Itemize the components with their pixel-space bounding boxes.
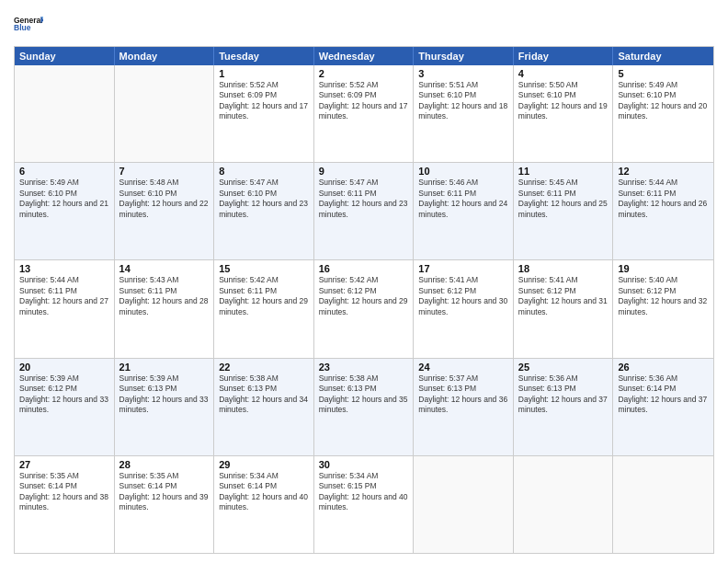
- day-number: 22: [219, 362, 309, 373]
- cell-info: Sunrise: 5:40 AM Sunset: 6:12 PM Dayligh…: [618, 275, 709, 317]
- day-number: 16: [319, 263, 409, 274]
- cal-week-3: 13Sunrise: 5:44 AM Sunset: 6:11 PM Dayli…: [15, 260, 713, 358]
- cell-info: Sunrise: 5:38 AM Sunset: 6:13 PM Dayligh…: [219, 373, 309, 416]
- cal-cell-empty: [613, 456, 713, 553]
- cal-cell-26: 26Sunrise: 5:36 AM Sunset: 6:14 PM Dayli…: [613, 359, 713, 455]
- day-number: 6: [19, 166, 109, 177]
- calendar-header: SundayMondayTuesdayWednesdayThursdayFrid…: [15, 47, 713, 65]
- cal-cell-7: 7Sunrise: 5:48 AM Sunset: 6:10 PM Daylig…: [115, 163, 215, 259]
- day-number: 20: [19, 362, 109, 373]
- cal-cell-6: 6Sunrise: 5:49 AM Sunset: 6:10 PM Daylig…: [15, 163, 115, 259]
- cal-cell-15: 15Sunrise: 5:42 AM Sunset: 6:11 PM Dayli…: [214, 260, 314, 357]
- cal-cell-23: 23Sunrise: 5:38 AM Sunset: 6:13 PM Dayli…: [314, 359, 415, 455]
- cal-cell-10: 10Sunrise: 5:46 AM Sunset: 6:11 PM Dayli…: [414, 163, 514, 259]
- day-number: 14: [119, 263, 210, 274]
- cal-header-day-wednesday: Wednesday: [314, 47, 415, 65]
- day-number: 8: [219, 166, 309, 177]
- cal-cell-13: 13Sunrise: 5:44 AM Sunset: 6:11 PM Dayli…: [15, 260, 115, 357]
- cal-cell-30: 30Sunrise: 5:34 AM Sunset: 6:15 PM Dayli…: [314, 456, 415, 553]
- cal-cell-28: 28Sunrise: 5:35 AM Sunset: 6:14 PM Dayli…: [115, 456, 215, 553]
- logo-svg: General Blue: [14, 9, 43, 39]
- cell-info: Sunrise: 5:42 AM Sunset: 6:12 PM Dayligh…: [319, 275, 409, 317]
- cal-cell-20: 20Sunrise: 5:39 AM Sunset: 6:12 PM Dayli…: [15, 359, 115, 455]
- cell-info: Sunrise: 5:43 AM Sunset: 6:11 PM Dayligh…: [119, 275, 210, 317]
- cal-header-day-tuesday: Tuesday: [214, 47, 314, 65]
- day-number: 28: [119, 459, 210, 470]
- logo: General Blue: [14, 9, 43, 39]
- cal-cell-empty: [514, 456, 614, 553]
- cal-cell-21: 21Sunrise: 5:39 AM Sunset: 6:13 PM Dayli…: [115, 359, 215, 455]
- day-number: 26: [618, 362, 709, 373]
- cal-cell-9: 9Sunrise: 5:47 AM Sunset: 6:11 PM Daylig…: [314, 163, 415, 259]
- day-number: 25: [518, 362, 609, 373]
- day-number: 9: [319, 166, 409, 177]
- day-number: 12: [618, 166, 709, 177]
- cell-info: Sunrise: 5:34 AM Sunset: 6:14 PM Dayligh…: [219, 471, 309, 513]
- day-number: 5: [618, 68, 709, 79]
- day-number: 7: [119, 166, 210, 177]
- cal-cell-empty: [115, 65, 215, 162]
- cell-info: Sunrise: 5:37 AM Sunset: 6:13 PM Dayligh…: [418, 373, 508, 416]
- cell-info: Sunrise: 5:52 AM Sunset: 6:09 PM Dayligh…: [319, 80, 409, 122]
- cal-cell-5: 5Sunrise: 5:49 AM Sunset: 6:10 PM Daylig…: [613, 65, 713, 162]
- cal-header-day-thursday: Thursday: [414, 47, 514, 65]
- cal-week-2: 6Sunrise: 5:49 AM Sunset: 6:10 PM Daylig…: [15, 163, 713, 260]
- day-number: 10: [418, 166, 508, 177]
- cal-cell-empty: [414, 456, 514, 553]
- cell-info: Sunrise: 5:35 AM Sunset: 6:14 PM Dayligh…: [119, 471, 210, 513]
- page: General Blue SundayMondayTuesdayWednesda…: [0, 0, 728, 563]
- cal-cell-2: 2Sunrise: 5:52 AM Sunset: 6:09 PM Daylig…: [314, 65, 415, 162]
- cal-header-day-saturday: Saturday: [613, 47, 713, 65]
- cell-info: Sunrise: 5:49 AM Sunset: 6:10 PM Dayligh…: [618, 80, 709, 122]
- day-number: 27: [19, 459, 109, 470]
- cell-info: Sunrise: 5:46 AM Sunset: 6:11 PM Dayligh…: [418, 178, 508, 220]
- cell-info: Sunrise: 5:39 AM Sunset: 6:13 PM Dayligh…: [119, 373, 210, 416]
- cal-cell-29: 29Sunrise: 5:34 AM Sunset: 6:14 PM Dayli…: [214, 456, 314, 553]
- cell-info: Sunrise: 5:36 AM Sunset: 6:14 PM Dayligh…: [618, 373, 709, 416]
- cell-info: Sunrise: 5:51 AM Sunset: 6:10 PM Dayligh…: [418, 80, 508, 122]
- cell-info: Sunrise: 5:38 AM Sunset: 6:13 PM Dayligh…: [319, 373, 409, 416]
- cal-cell-11: 11Sunrise: 5:45 AM Sunset: 6:11 PM Dayli…: [514, 163, 614, 259]
- cal-cell-24: 24Sunrise: 5:37 AM Sunset: 6:13 PM Dayli…: [414, 359, 514, 455]
- cal-cell-22: 22Sunrise: 5:38 AM Sunset: 6:13 PM Dayli…: [214, 359, 314, 455]
- cal-cell-16: 16Sunrise: 5:42 AM Sunset: 6:12 PM Dayli…: [314, 260, 415, 357]
- cal-cell-19: 19Sunrise: 5:40 AM Sunset: 6:12 PM Dayli…: [613, 260, 713, 357]
- cal-cell-3: 3Sunrise: 5:51 AM Sunset: 6:10 PM Daylig…: [414, 65, 514, 162]
- svg-text:Blue: Blue: [14, 23, 31, 32]
- cell-info: Sunrise: 5:45 AM Sunset: 6:11 PM Dayligh…: [518, 178, 609, 220]
- day-number: 2: [319, 68, 409, 79]
- cal-week-4: 20Sunrise: 5:39 AM Sunset: 6:12 PM Dayli…: [15, 359, 713, 456]
- day-number: 21: [119, 362, 210, 373]
- cal-week-1: 1Sunrise: 5:52 AM Sunset: 6:09 PM Daylig…: [15, 65, 713, 163]
- cal-cell-25: 25Sunrise: 5:36 AM Sunset: 6:13 PM Dayli…: [514, 359, 614, 455]
- day-number: 4: [518, 68, 609, 79]
- cal-cell-1: 1Sunrise: 5:52 AM Sunset: 6:09 PM Daylig…: [214, 65, 314, 162]
- day-number: 3: [418, 68, 508, 79]
- calendar: SundayMondayTuesdayWednesdayThursdayFrid…: [14, 46, 714, 554]
- cal-cell-8: 8Sunrise: 5:47 AM Sunset: 6:10 PM Daylig…: [214, 163, 314, 259]
- cell-info: Sunrise: 5:42 AM Sunset: 6:11 PM Dayligh…: [219, 275, 309, 317]
- cell-info: Sunrise: 5:35 AM Sunset: 6:14 PM Dayligh…: [19, 471, 109, 513]
- cell-info: Sunrise: 5:47 AM Sunset: 6:11 PM Dayligh…: [319, 178, 409, 220]
- day-number: 18: [518, 263, 609, 274]
- day-number: 23: [319, 362, 409, 373]
- day-number: 1: [219, 68, 309, 79]
- cal-cell-18: 18Sunrise: 5:41 AM Sunset: 6:12 PM Dayli…: [514, 260, 614, 357]
- cal-cell-12: 12Sunrise: 5:44 AM Sunset: 6:11 PM Dayli…: [613, 163, 713, 259]
- cell-info: Sunrise: 5:36 AM Sunset: 6:13 PM Dayligh…: [518, 373, 609, 416]
- cal-header-day-monday: Monday: [115, 47, 215, 65]
- cal-week-5: 27Sunrise: 5:35 AM Sunset: 6:14 PM Dayli…: [15, 456, 713, 553]
- day-number: 19: [618, 263, 709, 274]
- cal-cell-4: 4Sunrise: 5:50 AM Sunset: 6:10 PM Daylig…: [514, 65, 614, 162]
- day-number: 29: [219, 459, 309, 470]
- cal-cell-14: 14Sunrise: 5:43 AM Sunset: 6:11 PM Dayli…: [115, 260, 215, 357]
- cal-cell-empty: [15, 65, 115, 162]
- cell-info: Sunrise: 5:39 AM Sunset: 6:12 PM Dayligh…: [19, 373, 109, 416]
- cal-header-day-friday: Friday: [514, 47, 614, 65]
- day-number: 30: [319, 459, 409, 470]
- cell-info: Sunrise: 5:41 AM Sunset: 6:12 PM Dayligh…: [418, 275, 508, 317]
- cell-info: Sunrise: 5:47 AM Sunset: 6:10 PM Dayligh…: [219, 178, 309, 220]
- day-number: 11: [518, 166, 609, 177]
- cell-info: Sunrise: 5:48 AM Sunset: 6:10 PM Dayligh…: [119, 178, 210, 220]
- day-number: 24: [418, 362, 508, 373]
